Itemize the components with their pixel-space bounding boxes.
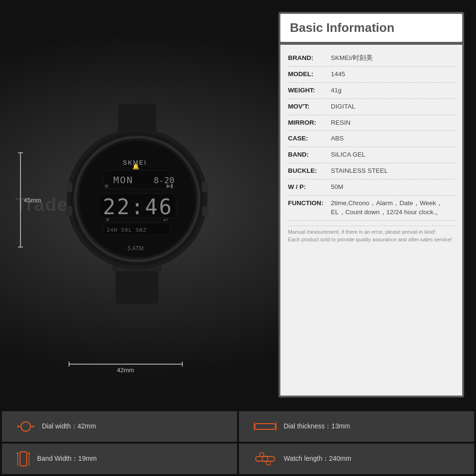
info-row-value: 1445 [331,70,455,79]
info-row-value: SKMEI/时刻美 [331,54,455,63]
horizontal-dimension-line [69,364,183,365]
svg-text:↩: ↩ [163,217,168,223]
svg-text:22:46: 22:46 [103,195,173,219]
svg-text:▶▮: ▶▮ [167,183,173,188]
svg-rect-42 [260,453,264,456]
watch-area: TradeKey.com 45mm [0,0,274,409]
svg-text:SKMEI: SKMEI [123,159,147,166]
info-row: WEIGHT:41g [288,83,455,99]
watch-length-icon [253,452,277,466]
svg-point-26 [21,422,30,431]
specs-bar: Dial width：42mm Dial thickness：13mm Band… [0,409,476,476]
info-row-label: BUCKLE: [288,167,331,176]
main-container: TradeKey.com 45mm [0,0,476,476]
info-row: BAND:SILICA GEL [288,147,455,163]
svg-rect-43 [267,461,270,465]
info-row: MOV'T:DIGITAL [288,99,455,115]
info-row: W / P:50M [288,179,455,196]
svg-rect-7 [66,206,72,216]
svg-marker-40 [28,453,30,455]
svg-rect-31 [254,424,276,429]
spec-item-band-width: Band Width：19mm [2,444,237,474]
info-row-value: 41g [331,86,455,95]
svg-text:24H  50L  SNZ: 24H 50L SNZ [107,227,147,233]
info-row-value: ABS [331,134,455,143]
info-row-value: DIGITAL [331,102,455,111]
info-row-label: MODEL: [288,70,331,79]
svg-rect-36 [20,452,27,466]
watch-image: MON 8-20 22:46 24H 50L SNZ 5 ATM ✳ [61,104,213,306]
svg-rect-6 [66,182,72,192]
svg-rect-41 [256,456,275,461]
info-row-label: BRAND: [288,54,331,63]
info-card-title: Basic Information [280,14,462,42]
band-width-label: Band Width：19mm [37,455,97,463]
info-row-label: BAND: [288,150,331,159]
svg-marker-29 [17,425,19,428]
info-row-value: 50M [331,183,455,192]
spec-item-dial-width: Dial width：42mm [2,411,237,442]
info-row-value: SILICA GEL [331,150,455,159]
info-row-value: 2time,Chrono，Alarm，Date，Week，EL，Count do… [331,199,455,217]
info-card-body: BRAND:SKMEI/时刻美MODEL:1445WEIGHT:41gMOV'T… [280,45,462,396]
svg-text:✳: ✳ [104,182,109,190]
info-row: BUCKLE:STAINLESS STEEL [288,163,455,179]
spec-item-watch-length: Watch length：240mm [239,444,474,474]
info-card: Basic Information BRAND:SKMEI/时刻美MODEL:1… [278,12,464,397]
dial-width-icon [16,419,35,434]
svg-text:5 ATM: 5 ATM [128,245,144,252]
info-row-label: CASE: [288,134,331,143]
dial-thickness-icon [253,421,277,432]
info-row-label: W / P: [288,183,331,192]
info-row: FUNCTION:2time,Chrono，Alarm，Date，Week，EL… [288,196,455,221]
vertical-dimension-line [20,152,21,248]
svg-rect-9 [202,206,208,216]
width-label: 42mm [117,367,134,374]
band-width-icon [16,451,30,467]
info-row-value: RESIN [331,119,455,128]
height-label: 45mm [24,197,41,204]
info-row-label: FUNCTION: [288,199,331,208]
info-row-label: MIRROR: [288,119,331,128]
dial-thickness-label: Dial thickness：13mm [284,422,350,431]
watch-length-label: Watch length：240mm [284,455,351,463]
info-row: MODEL:1445 [288,67,455,83]
svg-text:✕: ✕ [105,217,110,223]
info-row: CASE:ABS [288,131,455,147]
svg-marker-30 [33,425,34,428]
dial-width-label: Dial width：42mm [42,422,96,431]
top-section: TradeKey.com 45mm [0,0,476,409]
svg-rect-8 [202,182,208,192]
info-row-value: STAINLESS STEEL [331,167,455,176]
info-row: BRAND:SKMEI/时刻美 [288,50,455,67]
spec-item-dial-thickness: Dial thickness：13mm [239,411,474,442]
info-disclaimer: Manual measurement, if there is an error… [288,226,455,244]
info-row-label: MOV'T: [288,102,331,111]
info-row: MIRROR:RESIN [288,115,455,131]
svg-marker-39 [16,453,19,455]
info-row-label: WEIGHT: [288,86,331,95]
svg-text:MON: MON [113,174,133,186]
